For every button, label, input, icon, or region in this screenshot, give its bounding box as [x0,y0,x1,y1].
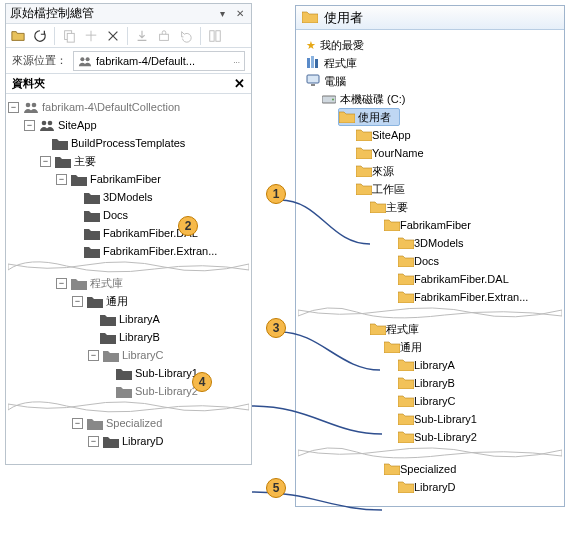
section-tear [298,446,562,460]
tree-node[interactable]: SiteApp [298,126,562,144]
tree-node[interactable]: Specialized [298,460,562,478]
collapse-icon[interactable]: − [88,350,99,361]
annotation-bubble-2: 2 [178,216,198,236]
bubble-label: 3 [273,321,280,335]
annotation-bubble-4: 4 [192,372,212,392]
tree-node[interactable]: 3DModels [8,188,249,206]
folder-icon [55,154,71,168]
tree-label: FabrikamFiber [90,173,161,185]
tree-node-favorites[interactable]: ★我的最愛 [298,36,562,54]
panel-title: 原始檔控制總管 [10,5,211,22]
source-location-combo[interactable]: fabrikam-4/Default... ... [73,51,245,71]
tree-label: SiteApp [372,129,411,141]
tree-label: LibraryC [414,395,456,407]
collapse-icon[interactable]: − [56,174,67,185]
tree-node[interactable]: 通用 [298,338,562,356]
open-folder-button[interactable] [8,26,28,46]
dropdown-icon[interactable]: ▾ [215,7,229,21]
tree-node[interactable]: −程式庫 [8,274,249,292]
library-icon [306,56,320,71]
tree-node[interactable]: 程式庫 [298,320,562,338]
tree-label: Sub-Library1 [135,367,198,379]
cut-button[interactable] [81,26,101,46]
collapse-icon[interactable]: − [8,102,19,113]
title-bar: 原始檔控制總管 ▾ ✕ [6,4,251,24]
tree-node-root[interactable]: − fabrikam-4\DefaultCollection [8,98,249,116]
tree-node[interactable]: Docs [298,252,562,270]
folder-icon [398,412,414,427]
checkin-button[interactable] [154,26,174,46]
tree-node[interactable]: −SiteApp [8,116,249,134]
folder-icon [398,480,414,495]
tree-node[interactable]: Docs [8,206,249,224]
svg-point-8 [32,103,37,108]
tree-node[interactable]: 主要 [298,198,562,216]
folders-header-label: 資料夾 [12,76,45,91]
tree-node[interactable]: 3DModels [298,234,562,252]
tree-node[interactable]: Sub-Library2 [8,382,249,400]
tree-node[interactable]: LibraryA [298,356,562,374]
toolbar-separator [127,27,128,45]
tree-node[interactable]: Sub-Library1 [298,410,562,428]
collapse-icon[interactable]: − [24,120,35,131]
svg-rect-14 [307,75,319,83]
tree-label: Docs [103,209,128,221]
tree-node[interactable]: Sub-Library2 [298,428,562,446]
toolbar-separator [54,27,55,45]
tree-node[interactable]: FabrikamFiber.DAL [298,270,562,288]
svg-rect-1 [67,33,74,42]
folder-icon [339,110,355,125]
collapse-icon[interactable]: − [40,156,51,167]
tree-node-users-selected[interactable]: 使用者 [298,108,562,126]
tree-node[interactable]: YourName [298,144,562,162]
folder-icon [384,462,400,477]
tree-node[interactable]: 工作區 [298,180,562,198]
close-icon[interactable]: ✕ [233,7,247,21]
tree-label: FabrikamFiber.Extran... [103,245,217,257]
folder-icon [103,434,119,448]
compare-button[interactable] [205,26,225,46]
tree-node[interactable]: FabrikamFiber.Extran... [298,288,562,306]
tree-node-fabrikamfiber[interactable]: −FabrikamFiber [8,170,249,188]
annotation-bubble-1: 1 [266,184,286,204]
tree-node[interactable]: Sub-Library1 [8,364,249,382]
tree-label: 工作區 [372,182,405,197]
svg-rect-2 [160,34,169,40]
tree-label: LibraryB [119,331,160,343]
annotation-bubble-5: 5 [266,478,286,498]
tree-node[interactable]: −Specialized [8,414,249,432]
tree-node[interactable]: LibraryC [298,392,562,410]
undo-button[interactable] [176,26,196,46]
tree-label: LibraryD [122,435,164,447]
tree-node[interactable]: FabrikamFiber [298,216,562,234]
tree-label: LibraryA [414,359,455,371]
get-button[interactable] [132,26,152,46]
tree-node[interactable]: LibraryB [298,374,562,392]
tree-node[interactable]: BuildProcessTemplates [8,134,249,152]
collapse-icon[interactable]: − [72,296,83,307]
copy-button[interactable] [59,26,79,46]
close-folders-button[interactable]: ✕ [234,76,245,91]
tree-node-libraries[interactable]: 程式庫 [298,54,562,72]
tree-node-disk[interactable]: 本機磁碟 (C:) [298,90,562,108]
svg-point-5 [80,57,84,61]
tree-label: 程式庫 [90,276,123,291]
refresh-button[interactable] [30,26,50,46]
tree-node[interactable]: FabrikamFiber.Extran... [8,242,249,260]
tree-node[interactable]: LibraryB [8,328,249,346]
explorer-title: 使用者 [324,9,363,27]
tree-node-common[interactable]: −通用 [8,292,249,310]
users-icon [78,55,92,67]
collapse-icon[interactable]: − [56,278,67,289]
tree-node[interactable]: −主要 [8,152,249,170]
tree-node-libraryc[interactable]: −LibraryC [8,346,249,364]
tree-node[interactable]: FabrikamFiber.DAL [8,224,249,242]
tree-node-libraryd[interactable]: −LibraryD [8,432,249,450]
delete-button[interactable] [103,26,123,46]
collapse-icon[interactable]: − [88,436,99,447]
tree-node[interactable]: LibraryA [8,310,249,328]
tree-node[interactable]: 來源 [298,162,562,180]
tree-node[interactable]: LibraryD [298,478,562,496]
collapse-icon[interactable]: − [72,418,83,429]
tree-node-computer[interactable]: 電腦 [298,72,562,90]
